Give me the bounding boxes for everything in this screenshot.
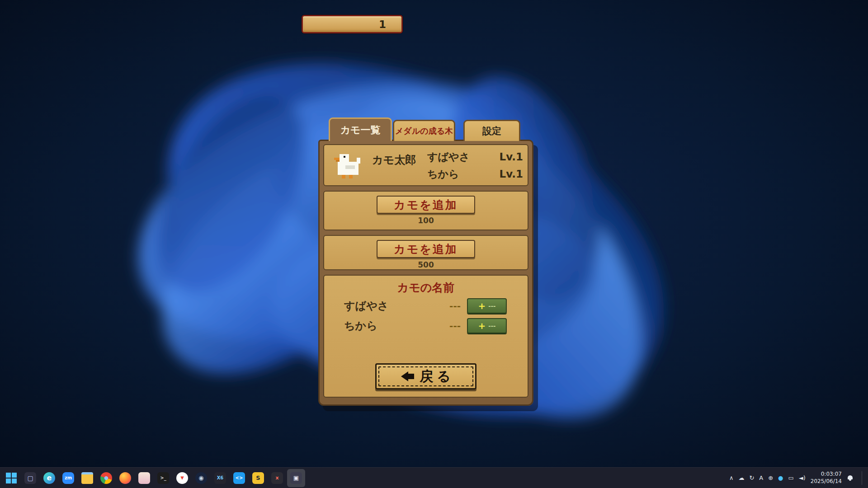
upgrade-speed-cost: --- <box>488 303 495 310</box>
duck-stats: すばやさ Lv.1 ちから Lv.1 <box>427 145 523 186</box>
terminal-icon[interactable]: >_ <box>154 469 172 487</box>
upgrade-row-power: ちから --- + --- <box>324 317 528 335</box>
add-duck-500-label: カモを追加 <box>394 242 458 257</box>
duck-stat-power: ちから Lv.1 <box>427 165 523 183</box>
add-duck-100-section: カモを追加 100 <box>323 191 528 230</box>
upgrade-speed-button[interactable]: + --- <box>467 298 507 314</box>
plus-icon: + <box>478 301 486 310</box>
duck-sprite-icon <box>334 152 360 178</box>
start-button[interactable] <box>2 469 20 487</box>
x6-app-icon[interactable]: X6 <box>211 469 229 487</box>
cast-screen-icon[interactable]: ▭ <box>788 475 793 481</box>
back-button-label: 戻る <box>420 367 454 386</box>
tab-duck-list-label: カモ一覧 <box>340 123 380 137</box>
game-cube-icon[interactable]: ▣ <box>287 469 305 487</box>
upgrade-power-button[interactable]: + --- <box>467 318 507 333</box>
volume-icon[interactable]: ◄) <box>799 475 806 481</box>
clock-date: 2025/06/14 <box>811 478 842 485</box>
add-duck-500-section: カモを追加 500 <box>323 235 528 270</box>
back-button[interactable]: 戻る <box>375 363 476 389</box>
dev-app-icon[interactable]: x <box>268 469 286 487</box>
taskbar-app-list: ▢ e zm ● <box>21 469 306 487</box>
chrome-icon[interactable]: ● <box>97 469 115 487</box>
duck-stat-speed-level: Lv.1 <box>499 148 523 165</box>
language-globe-icon[interactable]: ⊕ <box>768 475 773 481</box>
notification-bell-icon[interactable] <box>847 474 854 482</box>
edge-icon[interactable]: e <box>40 469 58 487</box>
sync-icon[interactable]: ↻ <box>749 475 754 481</box>
medal-counter-value: 1 <box>379 19 386 30</box>
game-tab-bar: カモ一覧 メダルの成る木 設定 <box>329 117 520 141</box>
add-duck-100-button[interactable]: カモを追加 <box>377 196 475 214</box>
add-duck-100-cost: 100 <box>324 216 528 225</box>
character-app-icon[interactable] <box>135 469 153 487</box>
show-desktop-button[interactable] <box>862 471 864 485</box>
status-dot-icon[interactable]: ● <box>778 475 783 481</box>
duck-name-section-title: カモの名前 <box>324 276 528 295</box>
tab-settings[interactable]: 設定 <box>463 120 520 141</box>
onedrive-cloud-icon[interactable]: ☁ <box>738 475 744 481</box>
task-view-icon[interactable]: ▢ <box>21 469 39 487</box>
duck-name: カモ太郎 <box>372 151 416 169</box>
medal-counter: 1 <box>302 15 403 33</box>
tray-overflow-chevron-icon[interactable]: ∧ <box>729 475 734 481</box>
add-duck-100-label: カモを追加 <box>394 197 458 212</box>
upgrade-speed-label: すばやさ <box>344 299 388 313</box>
back-arrow-icon <box>401 371 414 381</box>
clock-time: 0:03:07 <box>811 471 842 478</box>
tab-medal-tree-label: メダルの成る木 <box>395 126 453 136</box>
add-duck-500-cost: 500 <box>324 260 528 269</box>
firefox-icon[interactable] <box>116 469 134 487</box>
lightning-app-icon[interactable]: S <box>249 469 267 487</box>
system-tray: ∧ ☁ ↻ A ⊕ ● ▭ ◄) 0:03:07 2025/06/14 <box>729 471 866 485</box>
tab-settings-label: 設定 <box>482 125 501 137</box>
zoom-icon[interactable]: zm <box>59 469 77 487</box>
duck-list-panel: カモ太郎 すばやさ Lv.1 ちから Lv.1 カモを追加 100 カモを追加 … <box>318 140 533 406</box>
tab-duck-list[interactable]: カモ一覧 <box>329 117 392 141</box>
windows-logo-icon <box>6 473 17 483</box>
steam-icon[interactable]: ◉ <box>192 469 210 487</box>
tab-medal-tree[interactable]: メダルの成る木 <box>393 120 455 141</box>
duck-stat-power-level: Lv.1 <box>499 165 523 183</box>
taskbar-apps: ▢ e zm ● <box>2 469 306 487</box>
upgrade-speed-value: --- <box>449 300 461 311</box>
duck-stat-speed-label: すばやさ <box>427 148 470 165</box>
add-duck-500-button[interactable]: カモを追加 <box>377 240 475 258</box>
upgrade-row-speed: すばやさ --- + --- <box>324 297 528 315</box>
taskbar: ▢ e zm ● <box>0 467 868 488</box>
duck-row[interactable]: カモ太郎 すばやさ Lv.1 ちから Lv.1 <box>323 144 528 186</box>
upgrade-power-label: ちから <box>344 319 377 333</box>
plus-icon: + <box>478 321 486 330</box>
duck-stat-power-label: ちから <box>427 165 459 183</box>
upgrade-power-cost: --- <box>488 323 495 329</box>
taskbar-clock[interactable]: 0:03:07 2025/06/14 <box>811 471 842 485</box>
duck-stat-speed: すばやさ Lv.1 <box>427 148 523 165</box>
vscode-icon[interactable]: <> <box>230 469 248 487</box>
file-explorer-icon[interactable] <box>78 469 96 487</box>
upgrade-power-value: --- <box>449 320 461 331</box>
maps-icon[interactable]: ▾ <box>173 469 191 487</box>
ime-mode-indicator[interactable]: A <box>759 475 763 481</box>
duck-name-section: カモの名前 すばやさ --- + --- ちから --- + --- 戻る <box>323 275 528 398</box>
